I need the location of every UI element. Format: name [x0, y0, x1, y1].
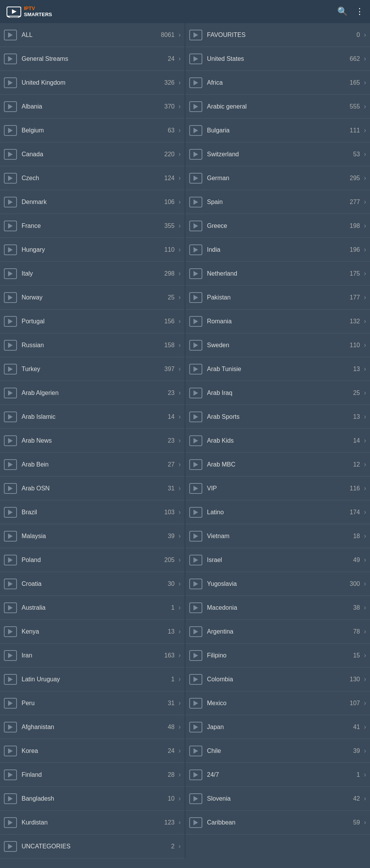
- list-item[interactable]: Czech 124 ›: [0, 166, 185, 190]
- list-item[interactable]: Switzerland 53 ›: [185, 142, 370, 166]
- search-button[interactable]: 🔍: [337, 7, 348, 17]
- list-item[interactable]: Slovenia 42 ›: [185, 787, 370, 811]
- list-item[interactable]: Pakistan 177 ›: [185, 286, 370, 309]
- play-triangle: [8, 820, 13, 825]
- play-icon: [189, 30, 202, 40]
- list-item[interactable]: Arab News 23 ›: [0, 429, 185, 453]
- chevron-right-icon: ›: [364, 627, 366, 636]
- channel-name: Mexico: [207, 700, 345, 707]
- list-item[interactable]: Chile 39 ›: [185, 739, 370, 763]
- list-item[interactable]: Afghanistan 48 ›: [0, 715, 185, 739]
- list-item[interactable]: Bulgaria 111 ›: [185, 119, 370, 142]
- list-item[interactable]: Arabic general 555 ›: [185, 95, 370, 119]
- list-item[interactable]: Arab MBC 12 ›: [185, 453, 370, 477]
- list-item[interactable]: Denmark 106 ›: [0, 190, 185, 214]
- list-item[interactable]: Albania 370 ›: [0, 95, 185, 119]
- list-item[interactable]: India 196 ›: [185, 238, 370, 262]
- channel-count: 110: [345, 342, 360, 349]
- list-item[interactable]: Arab Iraq 25 ›: [185, 381, 370, 405]
- channel-count: 10: [159, 795, 175, 802]
- channel-count: 13: [159, 628, 175, 635]
- chevron-right-icon: ›: [178, 413, 181, 421]
- list-item[interactable]: Sweden 110 ›: [185, 333, 370, 357]
- chevron-right-icon: ›: [364, 580, 366, 588]
- channel-count: 48: [159, 724, 175, 731]
- list-item[interactable]: Arab Algerien 23 ›: [0, 381, 185, 405]
- list-item[interactable]: Hungary 110 ›: [0, 238, 185, 262]
- list-item[interactable]: Kurdistan 123 ›: [0, 811, 185, 835]
- list-item[interactable]: Arab Tunisie 13 ›: [185, 357, 370, 381]
- list-item[interactable]: United Kingdom 326 ›: [0, 71, 185, 95]
- chevron-right-icon: ›: [364, 532, 366, 540]
- play-triangle: [193, 724, 198, 730]
- list-item[interactable]: Filipino 15 ›: [185, 644, 370, 667]
- list-item[interactable]: Korea 24 ›: [0, 739, 185, 763]
- chevron-right-icon: ›: [364, 246, 366, 254]
- list-item[interactable]: Russian 158 ›: [0, 333, 185, 357]
- list-item[interactable]: Canada 220 ›: [0, 142, 185, 166]
- list-item[interactable]: France 355 ›: [0, 214, 185, 238]
- list-item[interactable]: VIP 116 ›: [185, 477, 370, 500]
- play-icon: [4, 101, 17, 112]
- list-item[interactable]: General Streams 24 ›: [0, 47, 185, 71]
- list-item[interactable]: Arab OSN 31 ›: [0, 477, 185, 500]
- list-item[interactable]: Romania 132 ›: [185, 309, 370, 333]
- chevron-right-icon: ›: [178, 246, 181, 254]
- list-item[interactable]: Brazil 103 ›: [0, 500, 185, 524]
- list-item[interactable]: Arab Islamic 14 ›: [0, 405, 185, 429]
- list-item[interactable]: Mexico 107 ›: [185, 691, 370, 715]
- list-item[interactable]: Africa 165 ›: [185, 71, 370, 95]
- list-item[interactable]: Latin Uruguay 1 ›: [0, 667, 185, 691]
- list-item[interactable]: Iran 163 ›: [0, 644, 185, 667]
- channel-count: 1: [345, 771, 360, 778]
- list-item[interactable]: Portugal 156 ›: [0, 309, 185, 333]
- list-item[interactable]: Spain 277 ›: [185, 190, 370, 214]
- chevron-right-icon: ›: [364, 341, 366, 349]
- channel-count: 8061: [159, 32, 175, 38]
- channel-count: 1: [159, 676, 175, 683]
- list-item[interactable]: Kenya 13 ›: [0, 620, 185, 644]
- list-item[interactable]: Turkey 397 ›: [0, 357, 185, 381]
- list-item[interactable]: Arab Kids 14 ›: [185, 429, 370, 453]
- list-item[interactable]: Poland 205 ›: [0, 548, 185, 572]
- channel-name: Greece: [207, 222, 345, 229]
- list-item[interactable]: Vietnam 18 ›: [185, 524, 370, 548]
- list-item[interactable]: Italy 298 ›: [0, 262, 185, 286]
- list-item[interactable]: Malaysia 39 ›: [0, 524, 185, 548]
- list-item[interactable]: 24/7 1 ›: [185, 763, 370, 787]
- list-item[interactable]: German 295 ›: [185, 166, 370, 190]
- list-item[interactable]: Arab Sports 13 ›: [185, 405, 370, 429]
- list-item[interactable]: Israel 49 ›: [185, 548, 370, 572]
- list-item[interactable]: Yugoslavia 300 ›: [185, 572, 370, 596]
- list-item[interactable]: Australia 1 ›: [0, 596, 185, 620]
- list-item[interactable]: Finland 28 ›: [0, 763, 185, 787]
- channel-name: Arab Iraq: [207, 390, 345, 396]
- list-item[interactable]: Macedonia 38 ›: [185, 596, 370, 620]
- menu-button[interactable]: ⋮: [355, 7, 364, 17]
- list-item[interactable]: Arab Bein 27 ›: [0, 453, 185, 477]
- play-icon: [4, 841, 17, 852]
- list-item[interactable]: UNCATEGORIES 2 ›: [0, 835, 185, 858]
- channel-count: 1: [159, 604, 175, 611]
- list-item[interactable]: Argentina 78 ›: [185, 620, 370, 644]
- list-item[interactable]: Croatia 30 ›: [0, 572, 185, 596]
- list-item[interactable]: Netherland 175 ›: [185, 262, 370, 286]
- play-triangle: [193, 486, 198, 491]
- list-item[interactable]: Norway 25 ›: [0, 286, 185, 309]
- list-item[interactable]: FAVOURITES 0 ›: [185, 23, 370, 47]
- list-item[interactable]: Peru 31 ›: [0, 691, 185, 715]
- play-triangle: [193, 199, 198, 205]
- list-item[interactable]: Belgium 63 ›: [0, 119, 185, 142]
- list-item[interactable]: United States 662 ›: [185, 47, 370, 71]
- list-item[interactable]: Japan 41 ›: [185, 715, 370, 739]
- list-item[interactable]: Greece 198 ›: [185, 214, 370, 238]
- list-item[interactable]: Colombia 130 ›: [185, 667, 370, 691]
- svg-marker-4: [12, 9, 17, 14]
- channel-count: 106: [159, 199, 175, 206]
- list-item[interactable]: ALL 8061 ›: [0, 23, 185, 47]
- play-icon: [189, 268, 202, 279]
- list-item[interactable]: Bangladesh 10 ›: [0, 787, 185, 811]
- chevron-right-icon: ›: [178, 293, 181, 301]
- list-item[interactable]: Caribbean 59 ›: [185, 811, 370, 835]
- list-item[interactable]: Latino 174 ›: [185, 500, 370, 524]
